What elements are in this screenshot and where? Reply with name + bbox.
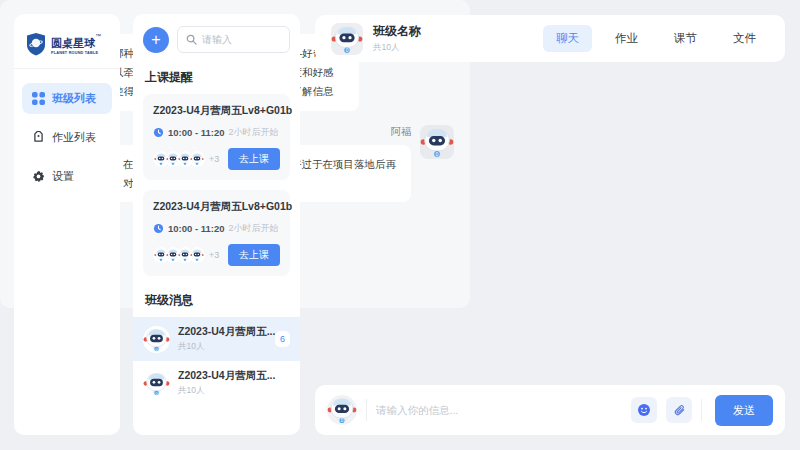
sidebar-item-label: 设置: [52, 169, 74, 184]
robot-avatar-icon: 0: [143, 326, 170, 353]
robot-avatar-icon: 0: [189, 247, 205, 263]
unread-badge: 6: [275, 331, 290, 347]
send-button[interactable]: 发送: [715, 395, 773, 426]
chat-subtitle: 共10人: [373, 42, 533, 54]
message-item-subtitle: 共10人: [178, 341, 267, 353]
message-item-title: Z2023-U4月营周五...: [178, 325, 267, 339]
class-message-item[interactable]: 0 Z2023-U4月营周五... 共10人: [133, 361, 300, 405]
search-box[interactable]: [177, 26, 290, 53]
clock-icon: [153, 127, 164, 138]
sidebar: 圆桌星球™ PLANET ROUND TABLE 班级列表: [14, 14, 120, 435]
sidebar-item-class-list[interactable]: 班级列表: [22, 83, 112, 114]
chat-input-bar: 0 发送: [315, 385, 785, 435]
logo-title: 圆桌星球: [51, 37, 95, 49]
reminders-section-title: 上课提醒: [145, 69, 290, 86]
sidebar-item-settings[interactable]: 设置: [22, 161, 112, 192]
chat-message-input[interactable]: [376, 404, 622, 416]
go-to-class-button[interactable]: 去上课: [228, 244, 280, 266]
tag-icon: [31, 131, 45, 145]
extra-count: +3: [209, 250, 228, 260]
class-time: 10:00 - 11:20: [168, 223, 225, 234]
class-message-item[interactable]: 0 Z2023-U4月营周五... 共10人 6: [133, 317, 300, 361]
search-input[interactable]: [202, 34, 272, 45]
search-icon: [186, 34, 197, 45]
messages-section-title: 班级消息: [145, 292, 290, 309]
class-time: 10:00 - 11:20: [168, 127, 225, 138]
chat-title: 班级名称: [373, 23, 533, 40]
smiley-icon: [637, 403, 651, 417]
message-item-subtitle: 共10人: [178, 385, 290, 397]
class-countdown: 2小时后开始: [229, 126, 279, 139]
paperclip-icon: [673, 404, 686, 417]
tab-homework[interactable]: 作业: [602, 25, 651, 52]
class-reminder-card: Z2023-U4月营周五Lv8+G01b 10:00 - 11:20 2小时后开…: [143, 190, 290, 276]
app-logo: 圆桌星球™ PLANET ROUND TABLE: [14, 28, 120, 69]
shield-planet-logo-icon: [26, 32, 46, 56]
divider: [701, 399, 702, 421]
class-countdown: 2小时后开始: [229, 222, 279, 235]
add-button[interactable]: +: [143, 27, 169, 53]
tab-lessons[interactable]: 课节: [661, 25, 710, 52]
robot-avatar-icon: 0: [327, 395, 357, 425]
sidebar-menu: 班级列表 作业列表 设置: [14, 83, 120, 192]
tab-files[interactable]: 文件: [720, 25, 769, 52]
svg-text:0: 0: [346, 48, 349, 53]
class-title: Z2023-U4月营周五Lv8+G01b: [153, 200, 280, 214]
robot-avatar-icon: 0: [143, 370, 170, 397]
divider: [366, 399, 367, 421]
robot-avatar-icon: 0: [331, 23, 363, 55]
emoji-button[interactable]: [631, 397, 657, 423]
student-avatar-stack: 0 0 0 0: [153, 151, 201, 167]
sidebar-item-homework-list[interactable]: 作业列表: [22, 122, 112, 153]
svg-text:0: 0: [436, 151, 439, 157]
tab-chat[interactable]: 聊天: [543, 25, 592, 52]
attachment-button[interactable]: [666, 397, 692, 423]
sidebar-item-label: 班级列表: [52, 91, 96, 106]
class-title: Z2023-U4月营周五Lv8+G01b: [153, 104, 280, 118]
grid-icon: [31, 92, 45, 106]
logo-tm: ™: [95, 33, 101, 39]
class-list-panel: + 上课提醒 Z2023-U4月营周五Lv8+G01b 10:00 - 11:2…: [133, 14, 300, 435]
student-avatar-stack: 0 0 0 0: [153, 247, 201, 263]
message-item-title: Z2023-U4月营周五...: [178, 369, 290, 383]
gear-icon: [31, 170, 45, 184]
robot-avatar-icon: 0: [420, 125, 454, 159]
class-reminder-card: Z2023-U4月营周五Lv8+G01b 10:00 - 11:20 2小时后开…: [143, 94, 290, 180]
go-to-class-button[interactable]: 去上课: [228, 148, 280, 170]
logo-subtitle: PLANET ROUND TABLE: [51, 51, 101, 55]
chat-header: 0 班级名称 共10人 聊天 作业 课节 文件: [315, 15, 785, 62]
clock-icon: [153, 223, 164, 234]
chat-tabs: 聊天 作业 课节 文件: [543, 25, 769, 52]
robot-avatar-icon: 0: [189, 151, 205, 167]
extra-count: +3: [209, 154, 228, 164]
sidebar-item-label: 作业列表: [52, 130, 96, 145]
